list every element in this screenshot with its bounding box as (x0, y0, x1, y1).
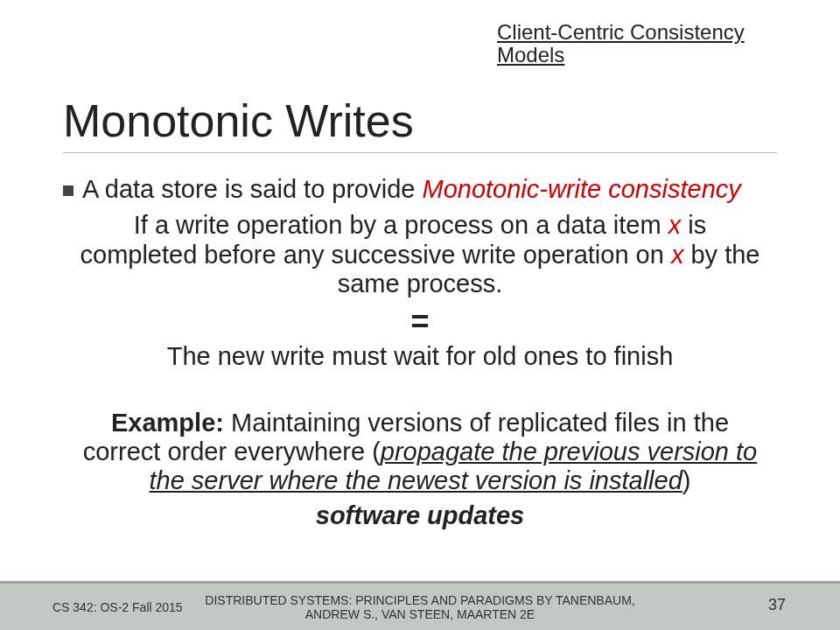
definition-text: If a write operation by a process on a d… (63, 211, 777, 298)
lead-term: Monotonic-write consistency (423, 175, 741, 203)
bullet-lead: A data store is said to provide Monotoni… (63, 175, 777, 204)
footer-center-line1: DISTRIBUTED SYSTEMS: PRINCIPLES AND PARA… (205, 593, 634, 607)
def-x1: x (668, 211, 682, 239)
example-part2: ) (682, 466, 691, 494)
example-label: Example: (111, 409, 224, 437)
def-part1: If a write operation by a process on a d… (134, 211, 668, 239)
example-text: Example: Maintaining versions of replica… (63, 409, 777, 496)
def-x2: x (671, 241, 684, 269)
footer-center: DISTRIBUTED SYSTEMS: PRINCIPLES AND PARA… (0, 593, 840, 621)
equals-sign: = (63, 304, 777, 340)
footer-page-number: 37 (768, 596, 786, 614)
software-updates: software updates (63, 501, 777, 530)
slide-title: Monotonic Writes (63, 94, 777, 153)
footer-bar: CS 342: OS-2 Fall 2015 DISTRIBUTED SYSTE… (0, 581, 840, 630)
plain-statement: The new write must wait for old ones to … (63, 342, 777, 371)
lead-prefix: A data store is said to provide (82, 175, 423, 203)
lead-text: A data store is said to provide Monotoni… (82, 175, 741, 204)
slide-body: A data store is said to provide Monotoni… (63, 175, 777, 530)
bullet-marker-icon (63, 186, 74, 196)
topic-label: Client-Centric Consistency Models (497, 21, 786, 67)
footer-center-line2: ANDREW S., VAN STEEN, MAARTEN 2E (305, 607, 535, 621)
slide: Client-Centric Consistency Models Monoto… (0, 0, 840, 630)
